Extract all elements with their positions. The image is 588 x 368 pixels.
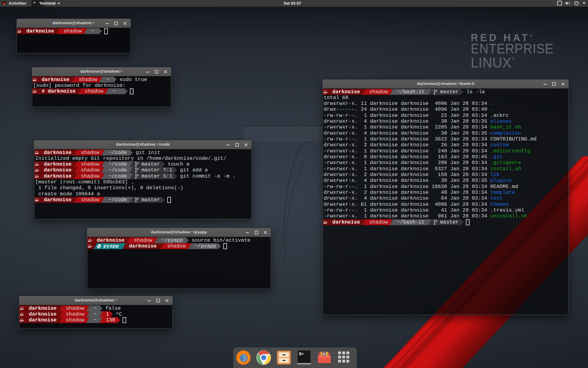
svg-text:sudo true: sudo true <box>119 77 147 82</box>
svg-text:shadow: shadow <box>66 305 84 311</box>
svg-text:~: ~ <box>93 305 96 311</box>
svg-text:false: false <box>105 305 121 311</box>
svg-text:shadow: shadow <box>81 173 99 179</box>
svg-text:darknoise: darknoise <box>29 305 57 311</box>
svg-text:master: master <box>141 161 160 167</box>
svg-text:shadow: shadow <box>369 219 388 225</box>
svg-text:git init: git init <box>136 150 160 155</box>
svg-text:darknoise: darknoise <box>44 197 72 203</box>
svg-text:darknoise: darknoise <box>29 311 57 317</box>
svg-text:~/code: ~/code <box>108 173 127 179</box>
svg-text:^C: ^C <box>116 311 122 317</box>
svg-text:# darknoise: # darknoise <box>42 88 76 94</box>
svg-text:master: master <box>440 219 458 225</box>
svg-text:master: master <box>141 197 160 203</box>
svg-text:~/bash-it: ~/bash-it <box>397 219 425 225</box>
svg-text:~: ~ <box>93 317 96 323</box>
svg-text:1: 1 <box>106 311 109 317</box>
svg-text:$>: $> <box>34 2 37 4</box>
svg-text:shadow: shadow <box>81 197 99 203</box>
svg-text:$>: $> <box>299 352 304 356</box>
svg-text:shadow: shadow <box>63 28 82 34</box>
svg-text:~: ~ <box>106 77 109 82</box>
svg-text:shadow: shadow <box>81 167 99 173</box>
svg-text:darknoise: darknoise <box>44 167 72 173</box>
svg-text:darknoise: darknoise <box>42 77 70 82</box>
svg-text:darknoise: darknoise <box>97 237 125 243</box>
svg-text:~: ~ <box>112 88 115 94</box>
svg-text:~/code: ~/code <box>108 167 127 173</box>
svg-text:darknoise: darknoise <box>26 28 54 34</box>
svg-text:darknoise: darknoise <box>29 317 57 323</box>
svg-text:~: ~ <box>93 311 96 317</box>
svg-text:shadow: shadow <box>81 150 99 155</box>
svg-text:~/code: ~/code <box>108 150 127 155</box>
svg-text:git commit -a -m .: git commit -a -m . <box>180 173 236 179</box>
svg-text:ls -la: ls -la <box>466 89 485 95</box>
svg-text:darknoise: darknoise <box>44 173 72 179</box>
svg-text:source bin/activate: source bin/activate <box>192 237 250 243</box>
svg-text:shadow: shadow <box>66 311 84 317</box>
svg-text:~/code: ~/code <box>108 161 127 167</box>
svg-text:darknoise: darknoise <box>44 150 72 155</box>
svg-text:darknoise: darknoise <box>332 219 360 225</box>
svg-text:shadow: shadow <box>79 77 97 82</box>
svg-text:shadow: shadow <box>134 237 152 243</box>
svg-text:130: 130 <box>106 317 115 323</box>
svg-text:darknoise: darknoise <box>44 161 72 167</box>
svg-text:touch a: touch a <box>168 161 190 167</box>
svg-text:shadow: shadow <box>167 243 186 249</box>
svg-text:git add a: git add a <box>180 167 208 173</box>
svg-text:~: ~ <box>91 28 94 34</box>
svg-text:~/pyapp: ~/pyapp <box>161 237 183 243</box>
svg-text:shadow: shadow <box>66 317 84 323</box>
svg-text:shadow: shadow <box>85 88 103 94</box>
svg-text:~/pyapp: ~/pyapp <box>195 243 217 249</box>
svg-text:shadow: shadow <box>369 89 388 95</box>
svg-text:master S:1: master S:1 <box>141 173 172 179</box>
svg-text:~/code: ~/code <box>108 197 127 203</box>
svg-text:master ?:1: master ?:1 <box>141 167 172 173</box>
svg-text:darknoise: darknoise <box>332 89 360 95</box>
svg-text:shadow: shadow <box>81 161 99 167</box>
svg-text:darknoise: darknoise <box>129 243 157 249</box>
svg-text:pyapp: pyapp <box>104 243 119 249</box>
svg-text:master: master <box>440 89 458 95</box>
svg-text:~/bash-it: ~/bash-it <box>397 89 425 95</box>
